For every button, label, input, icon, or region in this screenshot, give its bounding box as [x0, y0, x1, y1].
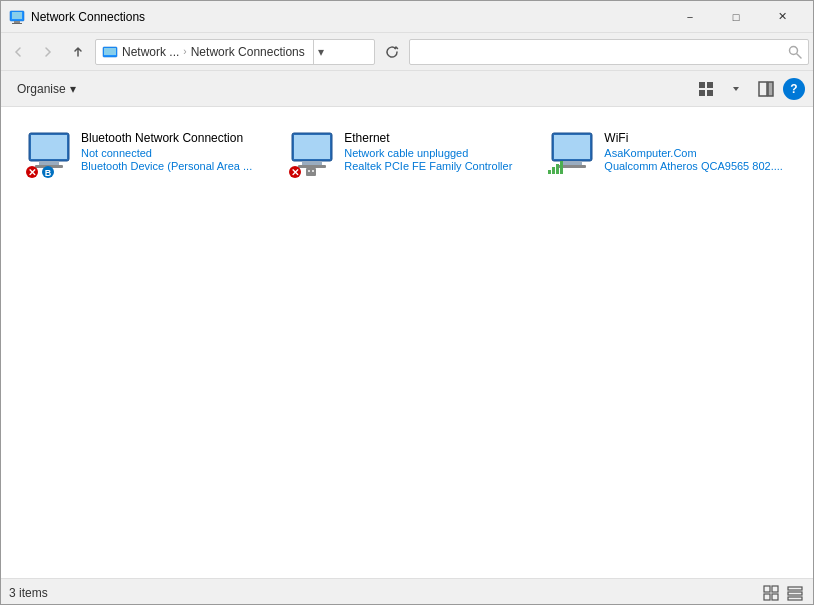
maximize-button[interactable]: □ [713, 1, 759, 33]
svg-rect-8 [699, 82, 705, 88]
window-title: Network Connections [31, 10, 667, 24]
status-grid-view[interactable] [761, 583, 781, 603]
breadcrumb-network: Network ... [122, 45, 179, 59]
search-input[interactable] [416, 45, 788, 59]
svg-rect-36 [552, 167, 555, 174]
svg-rect-35 [548, 170, 551, 174]
svg-rect-13 [768, 82, 773, 96]
network-items-container: ✕ B Bluetooth Network Connection Not con… [17, 123, 797, 187]
help-label: ? [790, 82, 797, 96]
breadcrumb-separator: › [183, 46, 186, 57]
view-dropdown-icon [731, 84, 741, 94]
svg-rect-9 [707, 82, 713, 88]
svg-rect-10 [699, 90, 705, 96]
svg-rect-23 [294, 135, 330, 159]
svg-point-6 [790, 46, 798, 54]
network-item-adapter-wifi: Qualcomm Atheros QCA9565 802.... [604, 160, 783, 172]
network-item-ethernet[interactable]: ✕ Ethernet Network cable unplugged Realt… [280, 123, 520, 187]
close-button[interactable]: ✕ [759, 1, 805, 33]
window-controls: − □ ✕ [667, 1, 805, 33]
toolbar-left: Organise ▾ [9, 78, 84, 100]
svg-rect-12 [759, 82, 767, 96]
svg-rect-45 [788, 597, 802, 600]
network-item-info-wifi: WiFi AsaKomputer.Com Qualcomm Atheros QC… [604, 131, 783, 172]
forward-button[interactable] [35, 39, 61, 65]
title-bar: Network Connections − □ ✕ [1, 1, 813, 33]
refresh-button[interactable] [379, 39, 405, 65]
svg-rect-28 [306, 168, 316, 176]
svg-rect-1 [12, 12, 22, 19]
svg-rect-32 [554, 135, 590, 159]
network-icon-wrap-bluetooth: ✕ B [25, 131, 73, 179]
organise-button[interactable]: Organise ▾ [9, 78, 84, 100]
network-item-wifi[interactable]: WiFi AsaKomputer.Com Qualcomm Atheros QC… [540, 123, 791, 187]
toolbar-right: ? [693, 76, 805, 102]
toolbar: Organise ▾ ? [1, 71, 813, 107]
details-pane-button[interactable] [753, 76, 779, 102]
status-list-view[interactable] [785, 583, 805, 603]
status-view-icons [761, 583, 805, 603]
svg-rect-42 [772, 594, 778, 600]
network-icon-wrap-wifi [548, 131, 596, 179]
organise-arrow: ▾ [70, 82, 76, 96]
error-overlay-icon: ✕ [288, 165, 302, 179]
svg-text:✕: ✕ [291, 167, 299, 178]
search-bar[interactable] [409, 39, 809, 65]
details-pane-icon [758, 81, 774, 97]
svg-rect-38 [560, 161, 563, 174]
search-icon [788, 45, 802, 59]
svg-rect-29 [308, 170, 310, 172]
breadcrumb-bar[interactable]: Network ... › Network Connections ▾ [95, 39, 375, 65]
minimize-button[interactable]: − [667, 1, 713, 33]
network-item-status-bluetooth: Not connected [81, 147, 252, 159]
network-item-name-wifi: WiFi [604, 131, 783, 145]
address-bar: Network ... › Network Connections ▾ [1, 33, 813, 71]
wifi-signal-icon [548, 160, 566, 174]
svg-rect-43 [788, 587, 802, 590]
network-icon-wrap-ethernet: ✕ [288, 131, 336, 179]
view-dropdown-button[interactable] [723, 76, 749, 102]
svg-text:✕: ✕ [28, 167, 36, 178]
svg-rect-40 [772, 586, 778, 592]
svg-rect-39 [764, 586, 770, 592]
app-icon [9, 9, 25, 25]
bluetooth-overlay-icon: B [41, 165, 55, 179]
change-view-icon [698, 81, 714, 97]
network-item-info-bluetooth: Bluetooth Network Connection Not connect… [81, 131, 252, 172]
network-item-status-wifi: AsaKomputer.Com [604, 147, 783, 159]
organise-label: Organise [17, 82, 66, 96]
change-view-button[interactable] [693, 76, 719, 102]
svg-rect-5 [104, 48, 116, 55]
svg-rect-44 [788, 592, 802, 595]
svg-rect-41 [764, 594, 770, 600]
up-button[interactable] [65, 39, 91, 65]
network-item-name-bluetooth: Bluetooth Network Connection [81, 131, 252, 145]
network-item-adapter-bluetooth: Bluetooth Device (Personal Area ... [81, 160, 252, 172]
breadcrumb-dropdown[interactable]: ▾ [313, 39, 329, 65]
breadcrumb-icon [102, 44, 118, 60]
svg-rect-3 [12, 23, 22, 24]
svg-text:B: B [45, 168, 52, 178]
svg-rect-11 [707, 90, 713, 96]
item-count: 3 items [9, 586, 48, 600]
error-overlay-icon: ✕ [25, 165, 39, 179]
ethernet-overlay-icon [304, 165, 318, 179]
svg-rect-37 [556, 164, 559, 174]
status-bar: 3 items [1, 578, 813, 605]
svg-rect-2 [14, 21, 20, 23]
svg-line-7 [797, 54, 801, 58]
content-area: ✕ B Bluetooth Network Connection Not con… [1, 107, 813, 578]
back-button[interactable] [5, 39, 31, 65]
network-item-name-ethernet: Ethernet [344, 131, 512, 145]
help-button[interactable]: ? [783, 78, 805, 100]
network-item-status-ethernet: Network cable unplugged [344, 147, 512, 159]
breadcrumb-current: Network Connections [191, 45, 305, 59]
svg-rect-15 [31, 135, 67, 159]
network-item-adapter-ethernet: Realtek PCIe FE Family Controller [344, 160, 512, 172]
network-item-info-ethernet: Ethernet Network cable unplugged Realtek… [344, 131, 512, 172]
svg-rect-30 [312, 170, 314, 172]
network-item-bluetooth[interactable]: ✕ B Bluetooth Network Connection Not con… [17, 123, 260, 187]
